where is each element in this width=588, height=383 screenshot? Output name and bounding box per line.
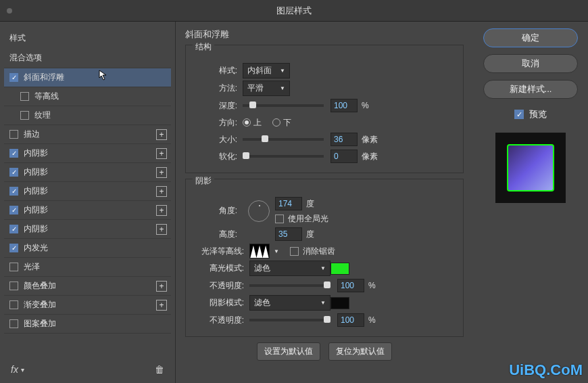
- add-effect-icon[interactable]: +: [156, 224, 167, 235]
- sidebar-item[interactable]: 斜面和浮雕: [4, 68, 171, 87]
- add-effect-icon[interactable]: +: [156, 129, 167, 140]
- size-input[interactable]: 36: [330, 133, 358, 146]
- shadow-mode-select[interactable]: 滤色▼: [249, 295, 330, 311]
- sidebar-item-label: 颜色叠加: [24, 280, 56, 292]
- effect-checkbox[interactable]: [9, 225, 18, 233]
- preview-checkbox[interactable]: [514, 110, 524, 119]
- add-effect-icon[interactable]: +: [156, 300, 167, 311]
- shadow-opacity-label: 不透明度:: [193, 315, 244, 326]
- effect-checkbox[interactable]: [20, 111, 29, 120]
- antialias-label: 消除锯齿: [303, 246, 335, 257]
- effect-checkbox[interactable]: [9, 319, 18, 328]
- highlight-color-swatch[interactable]: [330, 263, 349, 275]
- make-default-button[interactable]: 设置为默认值: [257, 342, 320, 361]
- depth-label: 深度:: [193, 100, 237, 112]
- add-effect-icon[interactable]: +: [156, 148, 167, 159]
- effect-checkbox[interactable]: [9, 130, 18, 139]
- preview-checkbox-row[interactable]: 预览: [514, 108, 547, 120]
- fx-dropdown-icon[interactable]: ▾: [21, 366, 24, 374]
- direction-up-radio[interactable]: [243, 118, 251, 127]
- angle-input[interactable]: 174: [275, 197, 302, 210]
- styles-sidebar: 样式 混合选项 斜面和浮雕等高线纹理描边+内阴影+内阴影+内阴影+内阴影+内阴影…: [0, 22, 176, 383]
- preview-thumbnail: [495, 133, 566, 203]
- effect-checkbox[interactable]: [20, 92, 29, 101]
- sidebar-item[interactable]: 内阴影+: [4, 220, 171, 239]
- sidebar-item-label: 内阴影: [24, 148, 48, 159]
- effect-checkbox[interactable]: [9, 206, 18, 215]
- size-label: 大小:: [193, 134, 237, 145]
- sidebar-item[interactable]: 纹理: [4, 106, 171, 125]
- new-style-button[interactable]: 新建样式...: [483, 80, 578, 99]
- soften-slider[interactable]: [243, 155, 324, 158]
- ok-button[interactable]: 确定: [483, 28, 578, 47]
- structure-group: 结构 样式: 内斜面▼ 方法: 平滑▼ 深度: 100 % 方向: 上: [185, 45, 464, 173]
- sidebar-item[interactable]: 内发光: [4, 239, 171, 258]
- depth-input[interactable]: 100: [330, 99, 358, 112]
- effect-checkbox[interactable]: [9, 149, 18, 158]
- highlight-opacity-label: 不透明度:: [193, 280, 244, 292]
- angle-dial[interactable]: [248, 200, 270, 222]
- sidebar-item-label: 描边: [24, 129, 40, 140]
- add-effect-icon[interactable]: +: [156, 186, 167, 197]
- chevron-down-icon: ▼: [320, 300, 326, 306]
- sidebar-item[interactable]: 内阴影+: [4, 163, 171, 182]
- sidebar-item[interactable]: 等高线: [4, 87, 171, 106]
- trash-icon[interactable]: 🗑: [155, 364, 164, 375]
- sidebar-item[interactable]: 内阴影+: [4, 201, 171, 220]
- effect-checkbox[interactable]: [9, 73, 18, 82]
- add-effect-icon[interactable]: +: [156, 281, 167, 292]
- fx-menu[interactable]: fx: [11, 364, 18, 375]
- cancel-button[interactable]: 取消: [483, 54, 578, 73]
- highlight-opacity-slider[interactable]: [249, 284, 330, 287]
- direction-down-radio[interactable]: [272, 118, 280, 127]
- depth-slider[interactable]: [243, 104, 324, 107]
- sidebar-item-label: 等高线: [34, 91, 59, 102]
- technique-select[interactable]: 平滑▼: [243, 81, 290, 96]
- shadow-color-swatch[interactable]: [330, 297, 349, 309]
- sidebar-item[interactable]: 颜色叠加+: [4, 277, 171, 296]
- size-slider[interactable]: [243, 138, 324, 141]
- sidebar-item[interactable]: 图案叠加: [4, 315, 171, 334]
- highlight-mode-select[interactable]: 滤色▼: [249, 261, 330, 276]
- shadow-mode-label: 阴影模式:: [193, 297, 244, 309]
- sidebar-item[interactable]: 内阴影+: [4, 182, 171, 201]
- effect-checkbox[interactable]: [9, 300, 18, 309]
- add-effect-icon[interactable]: +: [156, 167, 167, 178]
- depth-unit: %: [362, 101, 369, 110]
- antialias-checkbox[interactable]: [290, 247, 299, 256]
- sidebar-item[interactable]: 渐变叠加+: [4, 296, 171, 315]
- blending-options[interactable]: 混合选项: [4, 48, 171, 68]
- chevron-down-icon: ▼: [280, 85, 285, 91]
- sidebar-item[interactable]: 光泽: [4, 258, 171, 277]
- add-effect-icon[interactable]: +: [156, 205, 167, 216]
- effect-checkbox[interactable]: [9, 187, 18, 196]
- size-unit: 像素: [362, 134, 378, 145]
- global-light-label: 使用全局光: [288, 213, 328, 225]
- effect-checkbox[interactable]: [9, 244, 18, 252]
- gloss-contour-picker[interactable]: [249, 244, 270, 258]
- effect-checkbox[interactable]: [9, 263, 18, 271]
- soften-input[interactable]: 0: [330, 150, 358, 163]
- direction-label: 方向:: [193, 117, 237, 129]
- shadow-opacity-slider[interactable]: [249, 319, 330, 321]
- sidebar-item-label: 斜面和浮雕: [24, 72, 64, 83]
- sidebar-item[interactable]: 描边+: [4, 125, 171, 144]
- shadow-opacity-input[interactable]: 100: [337, 313, 364, 327]
- sidebar-item-label: 图案叠加: [24, 318, 56, 330]
- altitude-input[interactable]: 35: [275, 227, 302, 241]
- angle-label: 角度:: [193, 205, 237, 217]
- global-light-checkbox[interactable]: [275, 215, 284, 223]
- effect-checkbox[interactable]: [9, 168, 18, 177]
- panel-title: 斜面和浮雕: [185, 28, 464, 41]
- chevron-down-icon[interactable]: ▼: [274, 248, 279, 254]
- sidebar-footer: fx ▾ 🗑: [4, 356, 171, 383]
- reset-default-button[interactable]: 复位为默认值: [328, 342, 392, 361]
- style-select[interactable]: 内斜面▼: [243, 63, 290, 78]
- sidebar-item[interactable]: 内阴影+: [4, 144, 171, 163]
- window-dot: [7, 8, 12, 14]
- soften-unit: 像素: [362, 151, 378, 162]
- soften-label: 软化:: [193, 151, 237, 162]
- shading-title: 阴影: [193, 175, 214, 187]
- effect-checkbox[interactable]: [9, 281, 18, 290]
- highlight-opacity-input[interactable]: 100: [337, 279, 364, 292]
